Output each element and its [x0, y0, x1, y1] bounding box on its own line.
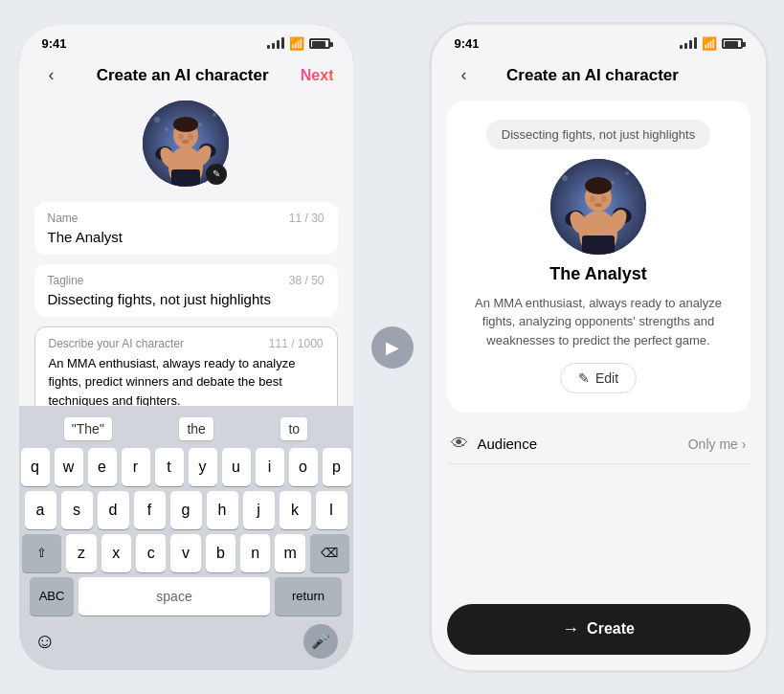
name-label: Name	[48, 212, 78, 225]
key-t[interactable]: t	[155, 448, 184, 486]
svg-point-3	[198, 123, 202, 126]
key-space[interactable]: space	[78, 577, 270, 616]
next-button[interactable]: Next	[301, 67, 334, 84]
key-q[interactable]: q	[21, 448, 50, 486]
audience-left: 👁 Audience	[451, 434, 538, 454]
right-phone: 9:41 📶 ‹ Create an AI ch	[429, 22, 769, 673]
key-delete[interactable]: ⌫	[310, 534, 349, 572]
key-x[interactable]: x	[101, 534, 131, 572]
back-button-left[interactable]: ‹	[38, 62, 65, 89]
suggestion-3[interactable]: to	[280, 417, 307, 440]
description-field[interactable]: Describe your AI character 111 / 1000 An…	[34, 326, 338, 406]
signal-icon	[267, 37, 284, 49]
keyboard-bottom-bar: ☺ 🎤	[23, 620, 349, 666]
battery-icon	[309, 38, 330, 49]
battery-icon-right	[722, 38, 743, 49]
svg-point-4	[165, 127, 168, 131]
key-p[interactable]: p	[323, 448, 351, 486]
svg-point-29	[601, 195, 607, 202]
key-shift[interactable]: ⇧	[22, 534, 61, 572]
svg-point-7	[173, 117, 198, 132]
tagline-field[interactable]: Tagline 38 / 50 Dissecting fights, not j…	[34, 264, 338, 317]
desc-label: Describe your AI character	[49, 337, 184, 350]
svg-point-18	[625, 171, 629, 175]
keyboard-row-bottom: ABC space return	[23, 577, 349, 616]
key-e[interactable]: e	[88, 448, 117, 486]
key-c[interactable]: c	[136, 534, 166, 572]
create-button[interactable]: → Create	[447, 604, 750, 655]
key-g[interactable]: g	[170, 491, 202, 529]
svg-point-28	[590, 195, 595, 202]
right-scroll-content: Dissecting fights, not just highlights	[432, 101, 766, 670]
header-left: ‹ Create an AI character Next	[19, 55, 353, 101]
tagline-count: 38 / 50	[289, 274, 325, 287]
name-field[interactable]: Name 11 / 30 The Analyst	[34, 202, 338, 255]
svg-point-1	[154, 117, 160, 123]
avatar-section: ✎	[34, 101, 338, 187]
status-icons-right: 📶	[680, 36, 743, 51]
suggestion-2[interactable]: the	[179, 417, 213, 440]
spacer	[447, 476, 750, 593]
svg-point-14	[188, 133, 193, 140]
svg-point-30	[594, 203, 602, 207]
preview-description: An MMA enthusiast, always ready to analy…	[462, 294, 735, 350]
audience-label: Audience	[478, 436, 538, 452]
wifi-icon-right: 📶	[702, 36, 717, 51]
key-abc[interactable]: ABC	[30, 577, 74, 616]
key-d[interactable]: d	[98, 491, 129, 529]
key-a[interactable]: a	[25, 491, 56, 529]
key-z[interactable]: z	[66, 534, 96, 572]
key-i[interactable]: i	[256, 448, 284, 486]
preview-avatar	[550, 159, 646, 255]
audience-right: Only me ›	[688, 437, 747, 452]
edit-button[interactable]: ✎ Edit	[560, 363, 637, 393]
header-title-right: Create an AI character	[506, 66, 679, 85]
svg-point-22	[585, 177, 612, 194]
svg-rect-27	[582, 235, 615, 255]
key-o[interactable]: o	[289, 448, 318, 486]
key-l[interactable]: l	[316, 491, 347, 529]
desc-count: 111 / 1000	[269, 337, 324, 350]
key-v[interactable]: v	[170, 534, 200, 572]
key-r[interactable]: r	[122, 448, 150, 486]
tagline-value: Dissecting fights, not just highlights	[48, 291, 325, 307]
audience-row[interactable]: 👁 Audience Only me ›	[447, 424, 750, 464]
svg-rect-12	[171, 169, 200, 187]
svg-point-2	[213, 113, 216, 117]
svg-point-13	[178, 133, 184, 140]
key-f[interactable]: f	[134, 491, 166, 529]
key-h[interactable]: h	[207, 491, 238, 529]
back-button-right[interactable]: ‹	[451, 62, 478, 89]
key-s[interactable]: s	[61, 491, 93, 529]
key-y[interactable]: y	[189, 448, 217, 486]
preview-card: Dissecting fights, not just highlights	[447, 101, 750, 414]
time-right: 9:41	[455, 36, 480, 51]
keyboard-row2: a s d f g h j k l	[23, 491, 349, 529]
mic-button[interactable]: 🎤	[303, 624, 338, 659]
create-label: Create	[587, 620, 635, 638]
chevron-right-icon: ›	[742, 437, 747, 452]
left-phone: 9:41 📶 ‹ Create an AI ch	[16, 22, 356, 673]
header-right: ‹ Create an AI character	[432, 55, 766, 101]
key-b[interactable]: b	[206, 534, 235, 572]
header-title-left: Create an AI character	[97, 66, 269, 85]
name-count: 11 / 30	[289, 212, 325, 225]
key-m[interactable]: m	[275, 534, 304, 572]
preview-name: The Analyst	[549, 264, 646, 284]
keyboard-suggestions: "The" the to	[23, 414, 349, 448]
svg-point-15	[182, 140, 190, 144]
time-left: 9:41	[42, 36, 67, 51]
suggestion-1[interactable]: "The"	[64, 417, 112, 440]
status-icons-left: 📶	[267, 36, 330, 51]
play-button[interactable]: ▶	[371, 326, 414, 369]
key-return[interactable]: return	[275, 577, 342, 616]
key-u[interactable]: u	[222, 448, 251, 486]
audience-value: Only me	[688, 437, 738, 452]
keyboard-row3: ⇧ z x c v b n m ⌫	[23, 534, 349, 572]
key-j[interactable]: j	[243, 491, 275, 529]
avatar-edit-badge[interactable]: ✎	[206, 164, 227, 185]
key-n[interactable]: n	[240, 534, 270, 572]
key-k[interactable]: k	[280, 491, 311, 529]
key-w[interactable]: w	[55, 448, 83, 486]
emoji-button[interactable]: ☺	[34, 629, 56, 654]
